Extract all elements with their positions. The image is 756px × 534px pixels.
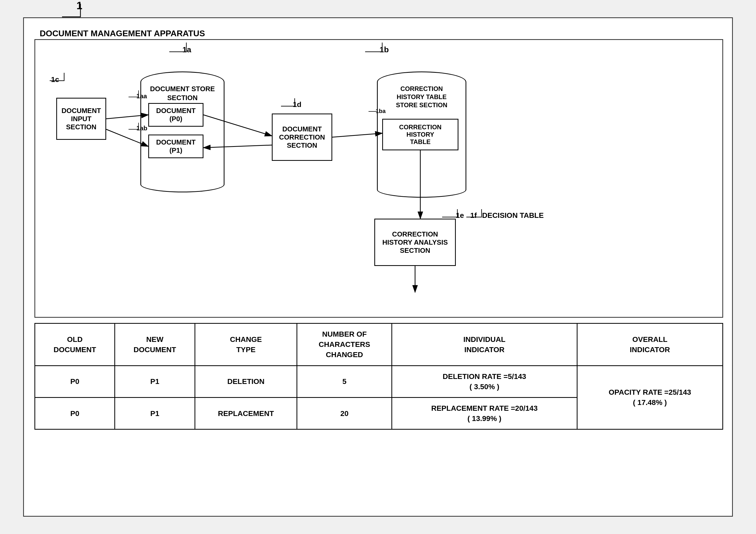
col-header-old-doc: OLDDOCUMENT [35, 324, 115, 366]
cell-change-type-2: REPLACEMENT [195, 397, 297, 429]
doc-correction-section: DOCUMENTCORRECTIONSECTION [272, 114, 332, 161]
col-header-num-chars: NUMBER OFCHARACTERSCHANGED [297, 324, 392, 366]
col-header-change-type: CHANGETYPE [195, 324, 297, 366]
table-row: P0 P1 DELETION 5 DELETION RATE =5/143( 3… [35, 365, 723, 397]
doc-input-label: DOCUMENTINPUTSECTION [62, 107, 101, 131]
table-header-row: OLDDOCUMENT NEWDOCUMENT CHANGETYPE NUMBE… [35, 324, 723, 366]
cell-old-doc-2: P0 [35, 397, 115, 429]
cyl-title-1a: DOCUMENT STORESECTION [140, 85, 225, 102]
cell-individual-2: REPLACEMENT RATE =20/143( 13.99% ) [392, 397, 577, 429]
doc-input-section: DOCUMENTINPUTSECTION [56, 98, 106, 140]
decision-table-label: DECISION TABLE [482, 211, 544, 220]
ref-1e-bracket [442, 209, 458, 218]
col-header-new-doc: NEWDOCUMENT [115, 324, 195, 366]
ref-1-bracket-svg [62, 4, 83, 18]
diagram-box: 1a 1b 1c DOCUMENTINPUTSECTION DOCUMENT S… [35, 39, 723, 318]
cell-num-chars-2: 20 [297, 397, 392, 429]
corr-hist-analysis-label: CORRECTIONHISTORY ANALYSISSECTION [383, 230, 448, 254]
cyl-title-1b: CORRECTIONHISTORY TABLESTORE SECTION [377, 85, 466, 109]
doc-p0: DOCUMENT(P0) [148, 103, 203, 127]
cell-overall-1: OPACITY RATE =25/143( 17.48% ) [577, 365, 723, 429]
ref-1d-bracket [281, 98, 295, 107]
decision-table: OLDDOCUMENT NEWDOCUMENT CHANGETYPE NUMBE… [35, 323, 723, 430]
cell-old-doc-1: P0 [35, 365, 115, 397]
decision-table-container: OLDDOCUMENT NEWDOCUMENT CHANGETYPE NUMBE… [35, 323, 723, 430]
page: 1 DOCUMENT MANAGEMENT APPARATUS 1a 1b 1c… [23, 17, 733, 517]
ref-1ba-bracket [368, 106, 378, 113]
apparatus-title: DOCUMENT MANAGEMENT APPARATUS [40, 29, 205, 39]
cell-new-doc-1: P1 [115, 365, 195, 397]
ref-1ab-bracket [128, 123, 139, 131]
cell-individual-1: DELETION RATE =5/143( 3.50% ) [392, 365, 577, 397]
svg-line-6 [332, 133, 382, 137]
cell-change-type-1: DELETION [195, 365, 297, 397]
doc-p1-label: DOCUMENT(P1) [156, 138, 196, 154]
col-header-individual: INDIVIDUALINDICATOR [392, 324, 577, 366]
ref-1aa-bracket [128, 91, 139, 98]
doc-p1: DOCUMENT(P1) [148, 135, 203, 158]
corr-hist-analysis-section: CORRECTIONHISTORY ANALYSISSECTION [374, 219, 456, 266]
doc-p0-label: DOCUMENT(P0) [156, 107, 196, 123]
ref-1a-bracket [169, 42, 188, 53]
ref-1b-bracket [365, 42, 384, 53]
correction-hist-table: CORRECTIONHISTORYTABLE [382, 119, 458, 150]
ref-1c-bracket [50, 73, 66, 82]
doc-correction-label: DOCUMENTCORRECTIONSECTION [279, 125, 325, 149]
cell-new-doc-2: P1 [115, 397, 195, 429]
col-header-overall: OVERALLINDICATOR [577, 324, 723, 366]
ref-1f-bracket [466, 209, 482, 218]
corr-hist-table-label: CORRECTIONHISTORYTABLE [399, 123, 441, 146]
cell-num-chars-1: 5 [297, 365, 392, 397]
